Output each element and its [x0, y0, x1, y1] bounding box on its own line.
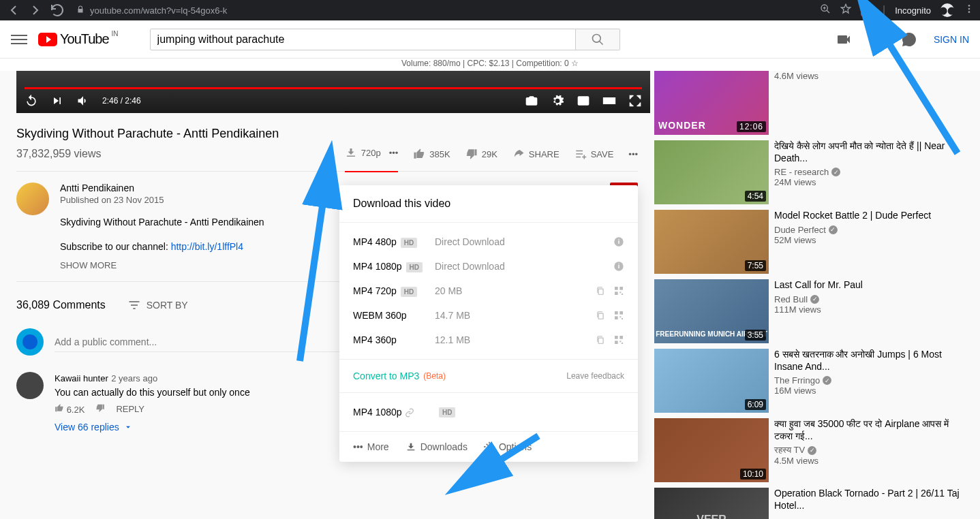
bookmark-icon[interactable]	[840, 3, 851, 17]
convert-mp3[interactable]: Convert to MP3	[353, 371, 419, 381]
svg-line-45	[872, 17, 958, 153]
suggestion-views: 52M views	[774, 235, 964, 245]
camera-icon[interactable]	[525, 94, 538, 108]
suggestion-views: 16M views	[774, 386, 964, 396]
miniplayer-icon[interactable]	[577, 94, 590, 108]
progress-bar[interactable]	[25, 87, 642, 89]
next-icon[interactable]	[50, 94, 64, 108]
description-link[interactable]: http://bit.ly/1lffPl4	[171, 241, 243, 252]
suggestion-title: क्या हुवा जब 35000 फीट पर दो Airplane आप…	[774, 418, 964, 442]
sort-button[interactable]: SORT BY	[127, 298, 188, 312]
download-row[interactable]: MP4 720pHD 20 MB	[339, 279, 638, 303]
suggestion-item[interactable]: 6:09 6 सबसे खतरनाक और अनोखी Jumps | 6 Mo…	[654, 349, 980, 413]
volume-icon[interactable]	[76, 94, 90, 108]
suggestion-thumbnail: VEER	[654, 488, 769, 519]
download-row[interactable]: MP4 1080p HD	[339, 400, 638, 424]
popup-downloads[interactable]: Downloads	[405, 441, 468, 452]
suggestion-item[interactable]: FREERUNNING MUNICH AIRPORT3:55 Last Call…	[654, 279, 980, 343]
suggestion-item[interactable]: 10:10 क्या हुवा जब 35000 फीट पर दो Airpl…	[654, 418, 980, 482]
suggestion-channel: रहस्य TV ✓	[774, 445, 964, 456]
seo-stats: Volume: 880/mo | CPC: $2.13 | Competitio…	[0, 59, 980, 71]
suggestion-channel: The Frringo ✓	[774, 375, 964, 386]
comment-author[interactable]: Kawaii hunter	[55, 373, 108, 383]
svg-rect-37	[619, 341, 621, 342]
hamburger-menu[interactable]	[11, 31, 27, 48]
dislike-button[interactable]: 29K	[465, 148, 497, 160]
more-actions[interactable]: •••	[628, 149, 638, 159]
video-player[interactable]: 2:46 / 2:46	[16, 71, 650, 113]
zoom-icon[interactable]	[820, 3, 831, 17]
popup-more[interactable]: ••• More	[353, 441, 389, 452]
comment-like[interactable]: 6.2K	[55, 403, 85, 415]
download-action[interactable]: 720p •••	[345, 146, 399, 172]
youtube-logo[interactable]: YouTube IN	[38, 31, 109, 47]
svg-rect-38	[622, 343, 623, 344]
leave-feedback[interactable]: Leave feedback	[566, 371, 624, 381]
view-count: 37,832,959 views	[16, 148, 102, 160]
suggestion-thumbnail: 7:55	[654, 210, 769, 274]
suggestion-thumbnail: WONDER12:06	[654, 71, 769, 135]
channel-avatar[interactable]	[16, 183, 49, 215]
search-input[interactable]	[150, 29, 576, 50]
url-text[interactable]: youtube.com/watch?v=lq-54gox6-k	[90, 5, 227, 16]
video-title: Skydiving Without Parachute - Antti Pend…	[16, 127, 638, 141]
comment-dislike[interactable]	[95, 403, 105, 415]
suggestion-views: 111M views	[774, 304, 964, 315]
lock-icon	[76, 5, 85, 16]
suggestion-title: 6 सबसे खतरनाक और अनोखी Jumps | 6 Most In…	[774, 349, 964, 373]
svg-rect-32	[622, 318, 623, 319]
download-row[interactable]: MP4 480pHD Direct Download i	[339, 230, 638, 254]
svg-line-41	[300, 174, 327, 361]
download-popup: Download this video MP4 480pHD Direct Do…	[339, 185, 638, 462]
svg-text:i: i	[618, 263, 620, 270]
like-button[interactable]: 385K	[413, 148, 450, 160]
forward-button[interactable]	[27, 2, 44, 18]
comment-time: 2 years ago	[111, 373, 157, 383]
svg-rect-23	[619, 287, 623, 290]
replay-icon[interactable]	[25, 94, 38, 108]
create-video-icon[interactable]	[836, 31, 852, 48]
svg-rect-24	[615, 292, 618, 295]
suggestion-title: Last Call for Mr. Paul	[774, 279, 964, 292]
suggestion-channel: Dude Perfect ✓	[774, 225, 964, 235]
svg-rect-15	[583, 101, 587, 104]
annotation-arrow	[862, 10, 971, 163]
popup-title: Download this video	[339, 185, 638, 223]
share-button[interactable]: SHARE	[512, 148, 560, 160]
youtube-play-icon	[38, 33, 57, 46]
svg-rect-26	[622, 294, 623, 295]
download-row[interactable]: WEBM 360p 14.7 MB	[339, 303, 638, 328]
back-button[interactable]	[5, 2, 22, 18]
svg-rect-21	[598, 289, 603, 294]
search-button[interactable]	[576, 29, 620, 50]
fullscreen-icon[interactable]	[628, 94, 642, 108]
svg-rect-27	[598, 313, 603, 319]
comments-count: 36,089 Comments	[16, 299, 106, 311]
svg-point-2	[968, 8, 970, 10]
suggestion-thumbnail: 6:09	[654, 349, 769, 413]
youtube-header: YouTube IN SIGN IN	[0, 20, 980, 59]
suggestion-title: Model Rocket Battle 2 | Dude Perfect	[774, 210, 964, 222]
svg-rect-29	[619, 311, 623, 315]
commenter-avatar[interactable]	[16, 372, 44, 399]
svg-rect-36	[615, 341, 618, 344]
download-row[interactable]: MP4 1080pHD Direct Download i	[339, 254, 638, 279]
download-row[interactable]: MP4 360p 12.1 MB	[339, 328, 638, 352]
suggestion-channel: RE - research ✓	[774, 167, 964, 177]
settings-icon[interactable]	[551, 94, 564, 108]
player-time: 2:46 / 2:46	[102, 96, 141, 106]
reload-button[interactable]	[49, 2, 65, 18]
suggestion-views: 24M views	[774, 177, 964, 187]
svg-rect-33	[598, 338, 603, 343]
save-button[interactable]: SAVE	[575, 148, 614, 160]
svg-rect-35	[619, 336, 623, 339]
suggestion-views: 4.5M views	[774, 456, 964, 466]
suggestion-item[interactable]: VEER Operation Black Tornado - Part 2 | …	[654, 488, 980, 519]
suggestion-item[interactable]: 7:55 Model Rocket Battle 2 | Dude Perfec…	[654, 210, 980, 274]
suggestion-channel: Red Bull ✓	[774, 294, 964, 304]
suggestion-title: Operation Black Tornado - Part 2 | 26/11…	[774, 488, 964, 512]
suggestion-thumbnail: FREERUNNING MUNICH AIRPORT3:55	[654, 279, 769, 343]
comment-reply[interactable]: REPLY	[116, 404, 144, 414]
theater-icon[interactable]	[602, 94, 616, 108]
svg-rect-22	[615, 287, 618, 290]
